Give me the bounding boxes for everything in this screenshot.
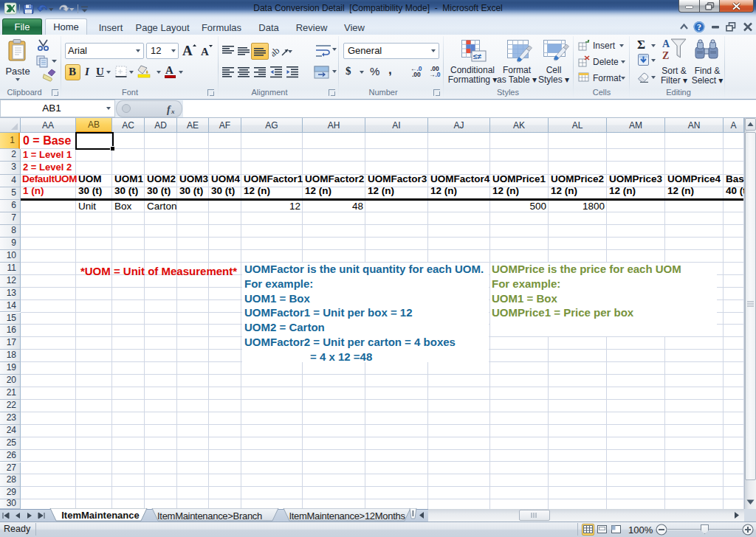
svg-text:.00: .00 [412,71,421,77]
svg-text:A: A [201,46,209,58]
svg-text:Z: Z [662,50,669,61]
svg-text:A: A [182,43,193,58]
svg-text:A: A [662,38,670,49]
svg-text:?: ? [697,22,701,32]
svg-text:x: x [171,108,175,115]
svg-text:≤≠: ≤≠ [473,52,481,60]
svg-text:ab: ab [272,45,281,58]
